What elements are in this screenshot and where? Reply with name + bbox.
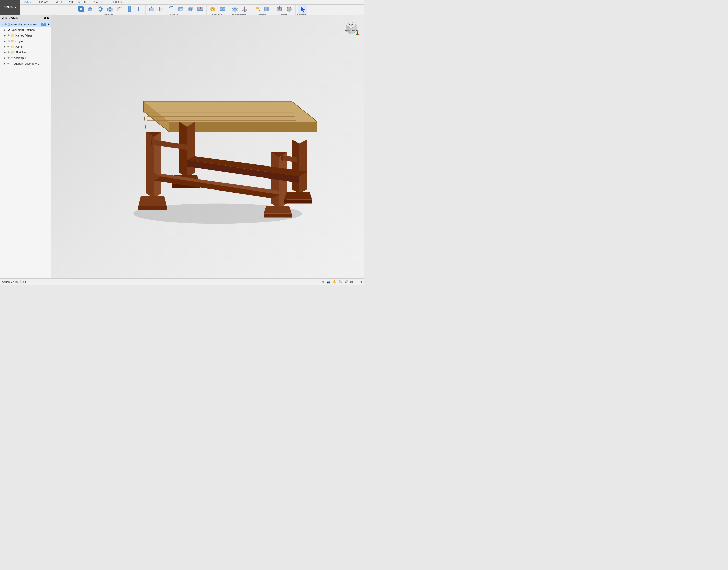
named-views-expand[interactable]: ▶ bbox=[4, 34, 7, 37]
pan-icon[interactable]: ✋ bbox=[332, 280, 336, 284]
sketches-vis-icon[interactable]: 👁 bbox=[7, 51, 10, 54]
browser-support-assembly[interactable]: ▶ 👁 ◻ support_assembly:1 bbox=[0, 61, 51, 66]
thread-icon[interactable] bbox=[125, 5, 134, 14]
toolbar: DESIGN ▼ SOLID SURFACE MESH SHEET METAL … bbox=[0, 0, 364, 15]
press-pull-icon[interactable] bbox=[147, 5, 156, 14]
origin-expand[interactable]: ▶ bbox=[4, 40, 7, 42]
design-label: DESIGN bbox=[4, 6, 13, 9]
shell-icon[interactable] bbox=[176, 5, 186, 14]
section-analysis-icon[interactable] bbox=[262, 5, 271, 14]
svg-marker-114 bbox=[139, 196, 167, 206]
origin-folder-icon: 📁 bbox=[11, 40, 15, 43]
fillet-icon[interactable] bbox=[115, 5, 125, 14]
combine-icon[interactable] bbox=[186, 5, 195, 14]
statusbar: COMMENTS ⚙ ▶ ⊕ 📷 ✋ 🔍 🔎 ⊞ ⊟ ⊠ bbox=[0, 278, 364, 285]
browser-collapse-icon[interactable]: ◀ bbox=[2, 17, 3, 19]
insert-mcmaster-icon[interactable] bbox=[275, 5, 284, 14]
joints-expand[interactable]: ▶ bbox=[4, 46, 7, 48]
browser-root-item[interactable]: ▼ 👁 ◻ assembly experiments v32 v32 ⏺ bbox=[0, 21, 51, 27]
browser-expand-icon[interactable]: ▶ bbox=[47, 16, 49, 20]
main-layout: ◀ BROWSER ⚙ ▶ ▼ 👁 ◻ assembly experiments… bbox=[0, 15, 364, 278]
browser-sketches[interactable]: ▶ 👁 📁 Sketches bbox=[0, 49, 51, 55]
rigid-group-icon[interactable] bbox=[218, 5, 227, 14]
viewcube[interactable]: TOP FRONT RIGHT X Y Z bbox=[341, 17, 361, 38]
tab-mesh[interactable]: MESH bbox=[53, 0, 66, 4]
browser-named-views[interactable]: ▶ 👁 📁 Named Views bbox=[0, 33, 51, 38]
tab-surface[interactable]: SURFACE bbox=[34, 0, 53, 4]
browser-origin[interactable]: ▶ 👁 📁 Origin bbox=[0, 38, 51, 44]
svg-rect-43 bbox=[267, 7, 269, 11]
desktop-vis-icon[interactable]: 👁 bbox=[7, 56, 10, 59]
svg-point-47 bbox=[287, 7, 291, 11]
tabs-row: SOLID SURFACE MESH SHEET METAL PLASTIC U… bbox=[20, 0, 364, 5]
root-label: assembly experiments v32 bbox=[11, 23, 40, 26]
joints-vis-icon[interactable]: 👁 bbox=[7, 45, 10, 48]
display-mode-icon[interactable]: ⊞ bbox=[350, 280, 353, 284]
viewport[interactable]: TOP FRONT RIGHT X Y Z bbox=[51, 15, 364, 278]
svg-marker-34 bbox=[244, 6, 245, 8]
svg-marker-122 bbox=[187, 121, 195, 178]
camera-icon[interactable]: 📷 bbox=[327, 280, 330, 284]
revolve-icon[interactable] bbox=[96, 5, 105, 14]
browser-doc-settings[interactable]: ▶ ⚙ Document Settings bbox=[0, 27, 51, 33]
svg-marker-121 bbox=[179, 121, 187, 178]
tab-sheet-metal[interactable]: SHEET METAL bbox=[66, 0, 90, 4]
move-icon[interactable]: ✛ bbox=[135, 5, 144, 14]
view-options-icon[interactable]: ⊠ bbox=[359, 280, 362, 284]
joint-icon[interactable] bbox=[208, 5, 217, 14]
hole-icon[interactable] bbox=[105, 5, 115, 14]
home-view-icon[interactable]: ⊕ bbox=[322, 280, 325, 284]
sketches-folder-icon: 📁 bbox=[11, 51, 15, 54]
desktop-expand[interactable]: ▶ bbox=[4, 57, 7, 59]
new-component-icon[interactable] bbox=[76, 5, 85, 14]
svg-text:FRONT: FRONT bbox=[345, 29, 351, 31]
offset-plane-icon[interactable] bbox=[230, 5, 240, 14]
support-vis-icon[interactable]: 👁 bbox=[7, 62, 10, 65]
select-mode-icon[interactable] bbox=[298, 5, 307, 14]
doc-expand-arrow[interactable]: ▶ bbox=[4, 29, 7, 31]
axis-icon[interactable] bbox=[240, 5, 249, 14]
inspect-icons bbox=[253, 5, 271, 14]
tab-utilities[interactable]: UTILITIES bbox=[106, 0, 125, 4]
zoom-fit-icon[interactable]: 🔎 bbox=[344, 280, 348, 284]
split-body-icon[interactable] bbox=[196, 5, 205, 14]
decal-icon[interactable] bbox=[285, 5, 294, 14]
support-expand[interactable]: ▶ bbox=[4, 62, 7, 65]
browser-settings-icon[interactable]: ⚙ bbox=[44, 16, 46, 20]
svg-marker-49 bbox=[301, 7, 305, 12]
svg-marker-128 bbox=[284, 200, 312, 203]
root-expand-arrow[interactable]: ▼ bbox=[1, 23, 4, 26]
svg-text:X: X bbox=[361, 33, 361, 35]
browser-joints[interactable]: ▶ 👁 📁 Joints bbox=[0, 44, 51, 49]
svg-text:RIGHT: RIGHT bbox=[352, 29, 357, 31]
zoom-icon[interactable]: 🔍 bbox=[338, 280, 342, 284]
root-record-icon[interactable]: ⏺ bbox=[47, 23, 50, 26]
tab-solid[interactable]: SOLID bbox=[20, 0, 34, 4]
extrude-icon[interactable] bbox=[86, 5, 95, 14]
sketches-expand[interactable]: ▶ bbox=[4, 51, 7, 54]
svg-rect-4 bbox=[89, 9, 92, 11]
fillet2-icon[interactable] bbox=[157, 5, 166, 14]
root-vis-icon[interactable]: 👁 bbox=[4, 23, 7, 26]
design-button[interactable]: DESIGN ▼ bbox=[0, 0, 20, 15]
svg-marker-120 bbox=[264, 214, 292, 217]
named-views-vis-icon[interactable]: 👁 bbox=[7, 34, 10, 37]
browser-desktop[interactable]: ▶ 👁 ◻ desktop:1 bbox=[0, 55, 51, 61]
comments-label[interactable]: COMMENTS bbox=[2, 280, 21, 283]
svg-point-26 bbox=[212, 8, 214, 10]
table-3d[interactable] bbox=[118, 70, 317, 229]
svg-marker-119 bbox=[264, 206, 292, 214]
chamfer-icon[interactable] bbox=[167, 5, 176, 14]
svg-marker-63 bbox=[144, 101, 317, 121]
comments-expand-icon[interactable]: ▶ bbox=[25, 280, 27, 283]
sketches-label: Sketches bbox=[15, 51, 50, 54]
create-icons: ✛ bbox=[76, 5, 144, 14]
origin-vis-icon[interactable]: 👁 bbox=[7, 40, 10, 43]
measure-icon[interactable] bbox=[253, 5, 262, 14]
tab-plastic[interactable]: PLASTIC bbox=[90, 0, 107, 4]
svg-rect-17 bbox=[150, 8, 154, 11]
comments-settings-icon[interactable]: ⚙ bbox=[22, 280, 24, 283]
root-component-icon: ◻ bbox=[8, 23, 10, 26]
grid-icon[interactable]: ⊟ bbox=[355, 280, 357, 284]
svg-point-7 bbox=[99, 7, 102, 12]
